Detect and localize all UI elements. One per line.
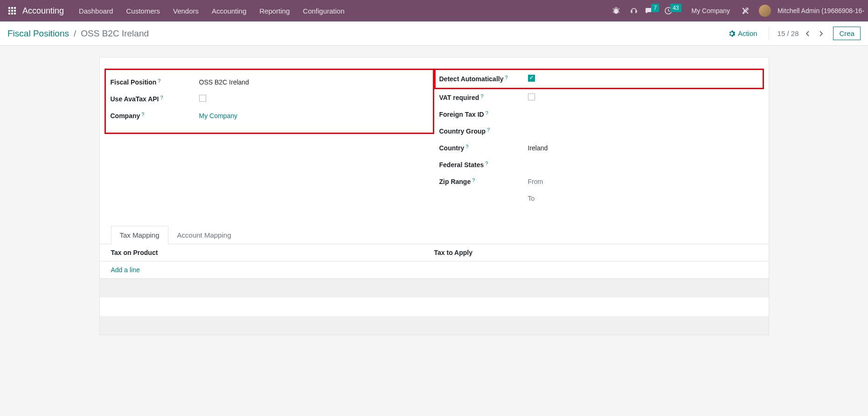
use-avatax-label: Use AvaTax API [111,95,159,103]
foreign-tax-label: Foreign Tax ID [439,111,484,118]
field-zip-range-to: To [439,190,759,207]
breadcrumb-separator: / [74,28,76,39]
svg-rect-2 [14,7,16,9]
control-panel: Fiscal Positions / OSS B2C Ireland Actio… [0,21,868,46]
help-icon[interactable]: ? [505,75,507,80]
user-menu[interactable]: Mitchell Admin (19686908-16- [778,7,864,14]
activities-icon[interactable]: 43 [665,0,683,21]
country-group-label: Country Group [439,127,486,135]
tab-account-mapping[interactable]: Account Mapping [168,226,240,244]
table-row-empty [100,297,769,316]
table-row-empty [100,279,769,297]
help-icon[interactable]: ? [480,93,483,99]
svg-rect-3 [8,10,10,12]
vat-required-label: VAT required [439,94,479,101]
highlight-box-left: Fiscal Position ? OSS B2C Ireland Use Av… [104,69,434,134]
action-label: Action [738,29,757,37]
use-avatax-checkbox[interactable] [199,95,206,102]
country-label: Country [439,144,465,152]
svg-rect-5 [14,10,16,12]
chevron-left-icon [806,30,810,37]
breadcrumb-root[interactable]: Fiscal Positions [7,28,69,39]
detect-auto-label: Detect Automatically [439,75,504,83]
svg-rect-0 [8,7,10,9]
help-icon[interactable]: ? [465,144,468,149]
help-icon[interactable]: ? [487,127,490,133]
zip-from-input[interactable]: From [528,175,543,188]
main-menu: Dashboard Customers Vendors Accounting R… [72,0,351,21]
pager-prev-button[interactable] [801,27,814,40]
menu-dashboard[interactable]: Dashboard [72,0,119,21]
federal-states-label: Federal States [439,161,484,169]
avatar[interactable] [759,5,771,17]
breadcrumb: Fiscal Positions / OSS B2C Ireland [7,28,149,39]
svg-rect-7 [11,13,13,14]
menu-accounting[interactable]: Accounting [205,0,253,21]
svg-rect-4 [11,10,13,12]
menu-reporting[interactable]: Reporting [253,0,296,21]
divider [769,27,769,40]
svg-rect-6 [8,13,10,14]
vat-required-checkbox[interactable] [528,93,535,100]
country-value[interactable]: Ireland [528,141,548,155]
company-label: Company [111,112,140,120]
help-icon[interactable]: ? [472,177,475,183]
detect-auto-checkbox[interactable] [528,75,535,82]
zip-range-label: Zip Range [439,178,471,185]
field-zip-range: Zip Range ? From [439,173,759,190]
field-federal-states: Federal States ? [439,156,759,173]
form-sheet: Fiscal Position ? OSS B2C Ireland Use Av… [99,57,769,335]
company-selector[interactable]: My Company [687,7,735,14]
top-navbar: Accounting Dashboard Customers Vendors A… [0,0,868,21]
fiscal-position-label: Fiscal Position [111,78,157,86]
create-button[interactable]: Crea [833,27,861,40]
help-icon[interactable]: ? [485,161,488,166]
action-button[interactable]: Action [723,29,763,37]
highlight-box-right: Detect Automatically ? [434,69,764,89]
bug-icon[interactable] [609,0,623,21]
col-tax-to-apply: Tax to Apply [434,249,757,256]
apps-grid-icon[interactable] [4,0,21,21]
zip-to-input[interactable]: To [528,192,535,205]
col-tax-on-product: Tax on Product [111,249,434,256]
tools-icon[interactable] [738,0,752,21]
messages-icon[interactable]: 7 [645,0,661,21]
tab-tax-mapping[interactable]: Tax Mapping [111,226,168,244]
fiscal-position-value[interactable]: OSS B2C Ireland [199,76,249,89]
svg-point-9 [614,9,618,14]
help-icon[interactable]: ? [158,78,160,84]
support-icon[interactable] [627,0,641,21]
svg-rect-1 [11,7,13,9]
app-name[interactable]: Accounting [22,6,64,16]
table-row-empty [100,316,769,335]
tax-mapping-table: Tax on Product Tax to Apply Add a line [100,244,769,335]
gear-icon [729,30,735,37]
field-country-group: Country Group ? [439,123,759,140]
menu-vendors[interactable]: Vendors [167,0,205,21]
field-company: Company ? My Company [111,107,428,124]
field-foreign-tax: Foreign Tax ID ? [439,106,759,123]
field-vat-required: VAT required ? [439,89,759,106]
field-use-avatax: Use AvaTax API ? [111,91,428,107]
company-value[interactable]: My Company [199,109,237,122]
menu-configuration[interactable]: Configuration [296,0,351,21]
menu-customers[interactable]: Customers [119,0,167,21]
table-header: Tax on Product Tax to Apply [100,244,769,261]
topbar-right: 7 43 My Company Mitchell Admin (19686908… [609,0,864,21]
activities-badge: 43 [670,4,681,12]
help-icon[interactable]: ? [486,110,488,116]
help-icon[interactable]: ? [160,95,163,100]
field-country: Country ? Ireland [439,140,759,156]
field-fiscal-position: Fiscal Position ? OSS B2C Ireland [111,74,428,91]
svg-rect-8 [14,13,16,14]
add-line-button[interactable]: Add a line [100,261,769,279]
help-icon[interactable]: ? [141,112,144,117]
pager-position[interactable]: 15 / 28 [775,29,802,37]
chevron-right-icon [819,30,823,37]
pager-next-button[interactable] [814,27,827,40]
messages-badge: 7 [651,4,659,12]
breadcrumb-current: OSS B2C Ireland [81,28,149,39]
tabs: Tax Mapping Account Mapping [100,226,769,244]
